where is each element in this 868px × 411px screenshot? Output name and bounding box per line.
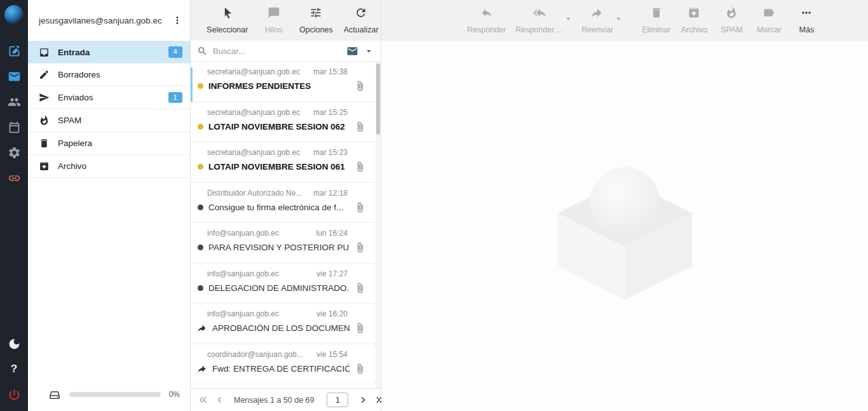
forward-button[interactable]: Reenviar <box>578 6 616 34</box>
message-subject: DELEGACION DE ADMINISTRADO... <box>208 283 349 293</box>
quota-percent: 0% <box>169 390 180 399</box>
reply-button[interactable]: Responder <box>464 6 509 34</box>
read-dot-icon <box>198 285 203 291</box>
message-row[interactable]: info@sanjuan.gob.eclun 16:24PARA REVISIO… <box>191 229 381 264</box>
mail-source-icon[interactable] <box>346 45 358 57</box>
search-input[interactable] <box>213 46 341 56</box>
toolbar-button-label: Reenviar <box>581 25 613 34</box>
toolbar-button-label: Opciones <box>299 25 333 34</box>
message-subject: Fwd: ENTREGA DE CERTIFICACIÓ... <box>212 364 349 374</box>
message-list: secretaria@sanjuan.gob.ecmar 15:38INFORM… <box>191 62 381 388</box>
page-number-input[interactable] <box>327 393 348 407</box>
message-row[interactable]: secretaria@sanjuan.gob.ecmar 15:25LOTAIP… <box>191 108 381 143</box>
folder-label: Enviados <box>58 93 160 102</box>
calendar-icon[interactable] <box>0 114 28 140</box>
attachment-paperclip-icon <box>355 121 365 132</box>
replyAll-icon <box>533 6 546 22</box>
cursor-icon <box>221 6 234 22</box>
tag-icon <box>763 6 775 22</box>
dropdown-caret-icon[interactable] <box>614 14 623 24</box>
archive-icon <box>39 161 50 172</box>
folder-item-archivo[interactable]: Archivo <box>28 155 190 178</box>
toolbar-message-actions: ResponderResponder ...ReenviarEliminarAr… <box>381 0 868 41</box>
message-subject-line: PARA REVISION Y POSTERIOR PU... <box>198 242 365 253</box>
message-row[interactable]: Distribuidor Autorizado Ne...mar 12:18Co… <box>191 189 381 224</box>
folder-list: Entrada4BorradoresEnviados1SPAMPapeleraA… <box>28 41 190 178</box>
message-row[interactable]: info@sanjuan.gob.ecvie 17:27DELEGACION D… <box>191 269 381 304</box>
forwarded-icon <box>198 323 207 333</box>
attachment-paperclip-icon <box>355 202 365 213</box>
archive-button[interactable]: Archivo <box>677 6 711 34</box>
reply-all-button[interactable]: Responder ... <box>512 6 566 34</box>
trash-icon <box>39 138 50 149</box>
read-dot-icon <box>198 245 203 250</box>
folder-item-entrada[interactable]: Entrada4 <box>28 41 190 64</box>
message-date: lun 16:24 <box>316 229 348 238</box>
dropdown-caret-icon[interactable] <box>564 14 573 24</box>
message-date: vie 16:20 <box>316 309 348 318</box>
spam-button[interactable]: SPAM <box>714 6 749 34</box>
refresh-button[interactable]: Actualizar <box>341 6 381 34</box>
flame-icon <box>39 115 50 126</box>
app-logo[interactable] <box>4 5 24 24</box>
message-subject-line: Fwd: ENTREGA DE CERTIFICACIÓ... <box>198 363 365 374</box>
next-page-button[interactable] <box>355 392 371 408</box>
message-meta: info@sanjuan.gob.ecvie 16:20 <box>207 309 348 318</box>
folder-item-borradores[interactable]: Borradores <box>28 64 190 86</box>
folder-item-spam[interactable]: SPAM <box>28 109 190 132</box>
message-meta: Distribuidor Autorizado Ne...mar 12:18 <box>207 189 348 198</box>
folder-count-badge: 4 <box>168 46 182 58</box>
main-area: SeleccionarHilosOpcionesActualizar Respo… <box>191 0 868 411</box>
account-menu-icon[interactable] <box>170 13 185 28</box>
rail-footer: ? <box>0 331 28 407</box>
links-icon[interactable] <box>0 165 28 191</box>
message-row[interactable]: secretaria@sanjuan.gob.ecmar 15:23LOTAIP… <box>191 148 381 183</box>
options-button[interactable]: Opciones <box>297 6 336 34</box>
more-button[interactable]: Más <box>789 6 824 34</box>
scrollbar-thumb[interactable] <box>376 64 380 135</box>
attachment-paperclip-icon <box>355 161 365 172</box>
dark-mode-icon[interactable] <box>0 331 28 356</box>
toolbar-button-label: Más <box>799 25 815 34</box>
compose-icon[interactable] <box>0 38 28 64</box>
empty-state-cube <box>550 151 700 302</box>
quota-progress-bar <box>69 392 161 397</box>
threads-button[interactable]: Hilos <box>257 6 291 34</box>
message-row[interactable]: info@sanjuan.gob.ecvie 16:20APROBACIÓN D… <box>191 309 381 344</box>
folder-item-enviados[interactable]: Enviados1 <box>28 86 190 109</box>
message-meta: secretaria@sanjuan.gob.ecmar 15:25 <box>207 108 348 117</box>
message-row[interactable]: coordinador@sanjuan.gob...vie 15:54Fwd: … <box>191 350 381 385</box>
message-sender: info@sanjuan.gob.ec <box>207 269 279 278</box>
mail-icon[interactable] <box>0 64 28 89</box>
flag-button[interactable]: Marcar <box>752 6 786 34</box>
select-button[interactable]: Seleccionar <box>205 6 250 34</box>
message-subject: LOTAIP NOVIEMBRE SESION 061 <box>208 162 349 172</box>
search-expand-chevron-icon[interactable] <box>363 46 374 57</box>
message-subject: LOTAIP NOVIEMBRE SESION 062 <box>208 122 349 131</box>
send-icon <box>39 92 50 103</box>
logout-icon[interactable] <box>0 382 28 407</box>
attachment-paperclip-icon <box>355 81 365 91</box>
contacts-icon[interactable] <box>0 89 28 114</box>
pencil-icon <box>39 69 50 80</box>
help-icon[interactable]: ? <box>0 356 28 382</box>
message-subject-line: DELEGACION DE ADMINISTRADO... <box>198 283 365 293</box>
folder-label: SPAM <box>58 116 182 125</box>
forwarded-icon <box>198 364 207 374</box>
folder-item-papelera[interactable]: Papelera <box>28 132 190 155</box>
attachment-paperclip-icon <box>355 323 365 334</box>
message-subject-line: APROBACIÓN DE LOS DOCUMEN... <box>198 323 365 334</box>
prev-page-button[interactable] <box>211 392 227 408</box>
message-date: mar 15:38 <box>313 67 348 76</box>
toolbar-button-label: Hilos <box>265 25 283 34</box>
message-row[interactable]: secretaria@sanjuan.gob.ecmar 15:38INFORM… <box>191 67 381 102</box>
message-meta: info@sanjuan.gob.ecvie 17:27 <box>207 269 348 278</box>
message-subject: APROBACIÓN DE LOS DOCUMEN... <box>212 323 349 333</box>
rail-nav <box>0 38 28 191</box>
message-date: vie 15:54 <box>316 350 348 359</box>
settings-icon[interactable] <box>0 140 28 165</box>
first-page-button[interactable] <box>194 392 211 408</box>
delete-button[interactable]: Eliminar <box>639 6 674 34</box>
toolbar-button-label: Responder ... <box>515 25 563 34</box>
toolbar-button-label: Marcar <box>757 25 782 34</box>
